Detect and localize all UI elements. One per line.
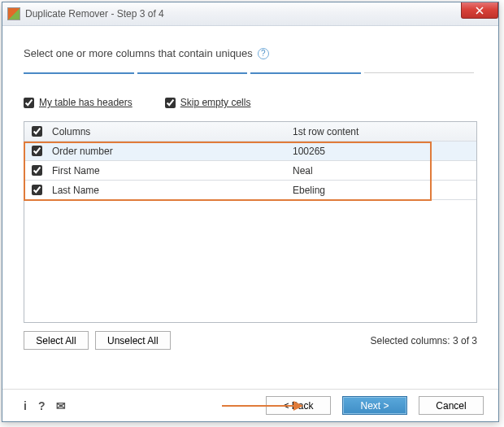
row-name: First Name — [49, 165, 289, 176]
info-icon[interactable]: i — [24, 399, 27, 412]
selected-columns-status: Selected columns: 3 of 3 — [371, 335, 477, 346]
step-seg-4 — [364, 72, 475, 76]
step-seg-1 — [24, 72, 134, 76]
close-button[interactable] — [461, 2, 498, 19]
close-icon — [476, 7, 484, 15]
row-first: Ebeling — [289, 185, 476, 196]
table-row[interactable]: Order number 100265 — [24, 142, 476, 161]
table-row[interactable]: Last Name Ebeling — [24, 181, 476, 200]
header-checkbox[interactable] — [32, 126, 42, 137]
step-progress — [24, 72, 477, 76]
col-header-columns[interactable]: Columns — [49, 126, 289, 137]
window-title: Duplicate Remover - Step 3 of 4 — [25, 8, 164, 20]
dialog-window: Duplicate Remover - Step 3 of 4 Select o… — [2, 2, 499, 422]
selection-actions: Select All Unselect All Selected columns… — [24, 331, 477, 350]
nav-buttons: < Back Next > Cancel — [266, 396, 484, 415]
row-checkbox[interactable] — [32, 165, 42, 176]
titlebar: Duplicate Remover - Step 3 of 4 — [2, 2, 498, 26]
help-footer-icon[interactable]: ? — [38, 399, 46, 412]
option-has-headers[interactable]: My table has headers — [24, 97, 133, 108]
has-headers-checkbox[interactable] — [24, 98, 34, 108]
cancel-button[interactable]: Cancel — [419, 396, 484, 415]
next-button[interactable]: Next > — [342, 396, 407, 415]
mail-icon[interactable]: ✉ — [56, 399, 66, 412]
row-name: Last Name — [49, 185, 289, 196]
content-area: Select one or more columns that contain … — [2, 26, 498, 389]
has-headers-label: My table has headers — [39, 97, 133, 108]
skip-empty-label: Skip empty cells — [180, 97, 251, 108]
footer-icons: i ? ✉ — [24, 399, 66, 412]
row-checkbox[interactable] — [32, 146, 42, 156]
skip-empty-checkbox[interactable] — [165, 98, 176, 108]
unselect-all-button[interactable]: Unselect All — [95, 331, 171, 350]
option-skip-empty[interactable]: Skip empty cells — [165, 97, 251, 108]
table-row[interactable]: First Name Neal — [24, 161, 476, 181]
table-empty-space — [24, 200, 476, 322]
back-button[interactable]: < Back — [266, 396, 331, 415]
instruction-text: Select one or more columns that contain … — [24, 47, 253, 59]
step-seg-2 — [137, 72, 248, 76]
table-header: Columns 1st row content — [24, 122, 476, 142]
footer: i ? ✉ < Back Next > Cancel — [2, 389, 498, 421]
row-checkbox[interactable] — [32, 185, 42, 195]
row-first: Neal — [289, 165, 476, 176]
options-row: My table has headers Skip empty cells — [24, 97, 477, 108]
step-seg-3 — [250, 72, 361, 76]
instruction-row: Select one or more columns that contain … — [24, 47, 477, 59]
select-all-button[interactable]: Select All — [24, 331, 89, 350]
help-icon[interactable]: ? — [258, 48, 269, 59]
app-icon — [7, 7, 20, 20]
row-first: 100265 — [289, 146, 476, 157]
row-name: Order number — [49, 146, 289, 157]
col-header-first-row[interactable]: 1st row content — [289, 126, 476, 137]
columns-table: Columns 1st row content Order number 100… — [24, 121, 477, 323]
